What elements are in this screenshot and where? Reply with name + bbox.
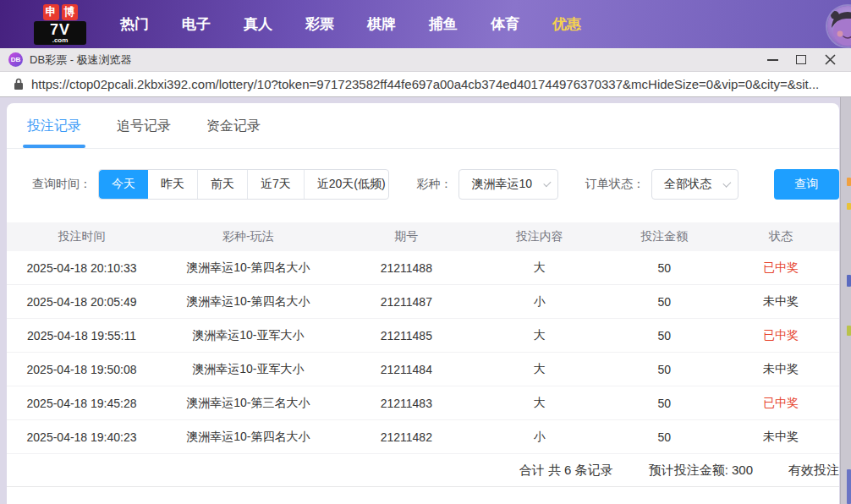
logo-badges: 申 博 [43, 4, 78, 20]
cell-content: 大 [473, 328, 606, 343]
column-header: 投注金额 [606, 229, 722, 244]
record-tabs: 投注记录追号记录资金记录 [7, 103, 839, 149]
time-filter-group: 今天昨天前天近7天近20天(低频) [98, 169, 389, 200]
nav-item[interactable]: 捕鱼 [429, 14, 458, 34]
cell-game: 澳洲幸运10-第四名大小 [156, 260, 339, 276]
order-status-label: 订单状态： [585, 177, 645, 192]
filter-bar: 查询时间： 今天昨天前天近7天近20天(低频) 彩种： 澳洲幸运10 订单状态：… [7, 149, 839, 222]
nav-item[interactable]: 热门 [120, 14, 149, 34]
summary-expected: 预计投注金额: 300 [649, 463, 753, 479]
url-text: https://ctop02pcali.2kbxi392.com/lottery… [31, 77, 819, 91]
lottery-select-value: 澳洲幸运10 [471, 177, 532, 192]
cell-status: 未中奖 [722, 430, 839, 445]
cell-status: 已中奖 [722, 328, 839, 343]
table-body: 2025-04-18 20:10:33澳洲幸运10-第四名大小21211488大… [7, 251, 839, 454]
column-header: 投注内容 [473, 229, 606, 244]
cell-period: 21211488 [340, 261, 473, 275]
lock-icon [14, 78, 24, 90]
table-row: 2025-04-18 19:50:08澳洲幸运10-亚军大小21211484大5… [7, 353, 839, 386]
site-logo[interactable]: 申 博 7V .com [34, 4, 86, 45]
tab-fund-records[interactable]: 资金记录 [206, 118, 261, 148]
records-card: 投注记录追号记录资金记录 查询时间： 今天昨天前天近7天近20天(低频) 彩种：… [7, 103, 839, 504]
cell-amount: 50 [606, 430, 722, 444]
cell-content: 小 [473, 430, 606, 445]
nav-item[interactable]: 彩票 [305, 14, 334, 34]
cell-period: 21211484 [340, 363, 473, 376]
tab-chase-records[interactable]: 追号记录 [117, 118, 171, 148]
minimize-icon[interactable] [758, 49, 787, 71]
column-header: 投注时间 [7, 229, 156, 244]
table-summary: 合计 共 6 条记录 预计投注金额: 300 有效投注金额 [7, 454, 839, 487]
time-option[interactable]: 前天 [197, 170, 247, 199]
logo-badge: 博 [62, 4, 78, 20]
cell-time: 2025-04-18 20:10:33 [7, 261, 156, 275]
cell-time: 2025-04-18 19:55:11 [7, 329, 156, 342]
nav-item[interactable]: 棋牌 [367, 14, 396, 34]
cell-game: 澳洲幸运10-亚军大小 [156, 328, 339, 343]
logo-badge: 申 [43, 4, 59, 20]
cell-content: 小 [473, 294, 606, 310]
user-avatar[interactable] [827, 6, 851, 47]
close-icon[interactable] [815, 49, 844, 71]
time-option[interactable]: 近20天(低频) [304, 170, 390, 199]
chevron-down-icon [543, 179, 551, 187]
main-nav: 热门电子真人彩票棋牌捕鱼体育优惠 [120, 14, 581, 34]
nav-item[interactable]: 体育 [491, 14, 519, 34]
cell-amount: 50 [606, 363, 722, 376]
window-controls [758, 49, 844, 71]
cell-content: 大 [473, 260, 606, 276]
page-edge-fragment [847, 326, 851, 336]
logo-wordmark: 7V .com [34, 21, 86, 45]
summary-total: 合计 共 6 条记录 [519, 463, 613, 479]
time-option[interactable]: 今天 [99, 170, 148, 199]
cell-period: 21211485 [340, 329, 473, 342]
page-edge-fragment [847, 178, 851, 186]
nav-item[interactable]: 优惠 [552, 14, 581, 34]
cell-content: 大 [473, 362, 606, 377]
time-option[interactable]: 近7天 [247, 170, 304, 199]
order-status-select-value: 全部状态 [664, 177, 711, 192]
cell-time: 2025-04-18 20:05:49 [7, 295, 156, 309]
cell-period: 21211482 [340, 430, 473, 444]
table-row: 2025-04-18 20:10:33澳洲幸运10-第四名大小21211488大… [7, 251, 839, 285]
column-header: 彩种-玩法 [156, 229, 339, 244]
lottery-filter-label: 彩种： [416, 177, 452, 192]
cell-status: 已中奖 [722, 260, 839, 276]
browser-titlebar: DB DB彩票 - 极速浏览器 [0, 48, 851, 72]
page-edge-fragment [847, 469, 851, 504]
cell-game: 澳洲幸运10-第四名大小 [156, 294, 339, 310]
cell-amount: 50 [606, 295, 722, 309]
search-button[interactable]: 查询 [774, 169, 839, 200]
nav-item[interactable]: 真人 [244, 14, 272, 34]
cell-amount: 50 [606, 261, 722, 275]
window-title: DB彩票 - 极速浏览器 [30, 52, 132, 68]
table-header: 投注时间彩种-玩法期号投注内容投注金额状态 [7, 222, 839, 251]
time-option[interactable]: 昨天 [148, 170, 197, 199]
table-row: 2025-04-18 20:05:49澳洲幸运10-第四名大小21211487小… [7, 285, 839, 319]
lottery-select[interactable]: 澳洲幸运10 [458, 169, 558, 200]
order-status-select[interactable]: 全部状态 [651, 169, 738, 200]
avatar-image [827, 6, 851, 47]
cell-period: 21211483 [340, 397, 473, 410]
browser-urlbar[interactable]: https://ctop02pcali.2kbxi392.com/lottery… [0, 72, 851, 97]
cell-status: 已中奖 [722, 396, 839, 411]
table-row: 2025-04-18 19:45:28澳洲幸运10-第三名大小21211483大… [7, 386, 839, 420]
browser-app-icon: DB [8, 52, 23, 67]
time-filter-label: 查询时间： [32, 177, 91, 192]
site-header: 申 博 7V .com 热门电子真人彩票棋牌捕鱼体育优惠 [0, 0, 851, 48]
cell-status: 未中奖 [722, 294, 839, 310]
cell-amount: 50 [606, 397, 722, 410]
logo-7v-text: 7V [50, 22, 70, 37]
maximize-icon[interactable] [787, 49, 815, 71]
cell-game: 澳洲幸运10-亚军大小 [156, 362, 339, 377]
table-row: 2025-04-18 19:40:23澳洲幸运10-第四名大小21211482小… [7, 420, 839, 454]
page-edge-fragment [847, 203, 851, 210]
tab-bet-records[interactable]: 投注记录 [27, 118, 81, 148]
cell-time: 2025-04-18 19:50:08 [7, 363, 156, 376]
page-content: 投注记录追号记录资金记录 查询时间： 今天昨天前天近7天近20天(低频) 彩种：… [0, 97, 851, 504]
cell-period: 21211487 [340, 295, 473, 309]
cell-time: 2025-04-18 19:40:23 [7, 430, 156, 444]
scrollbar[interactable] [840, 97, 851, 504]
nav-item[interactable]: 电子 [182, 14, 211, 34]
cell-status: 未中奖 [722, 362, 839, 377]
